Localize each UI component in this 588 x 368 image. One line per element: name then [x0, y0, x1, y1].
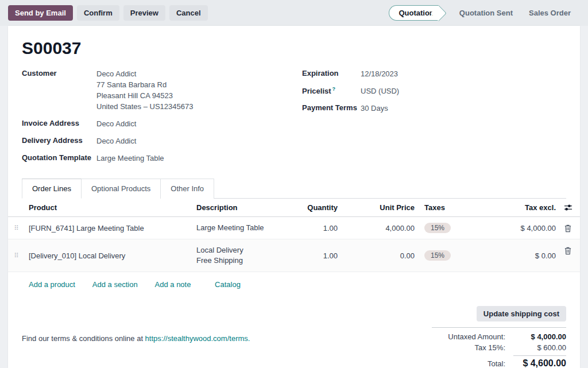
confirm-button[interactable]: Confirm [77, 5, 119, 21]
customer-label: Customer [22, 68, 96, 112]
preview-button[interactable]: Preview [123, 5, 165, 21]
invoice-address-value[interactable]: Deco Addict [96, 118, 136, 129]
tax-badge[interactable]: 15% [424, 223, 451, 233]
total-label: Total: [488, 359, 505, 368]
col-tax-excl[interactable]: Tax excl. [469, 199, 560, 216]
terms-and-conditions: Find our terms & conditions online at ht… [22, 327, 250, 343]
row-unit-price[interactable]: 4,000.00 [342, 218, 419, 238]
statusbar-step-quotation[interactable]: Quotation [389, 5, 438, 21]
customer-name[interactable]: Deco Addict [96, 68, 193, 79]
total-row: Total: $ 4,600.00 [432, 354, 566, 368]
send-by-email-button[interactable]: Send by Email [8, 5, 73, 21]
optional-columns-icon[interactable] [560, 199, 580, 216]
help-icon[interactable]: ? [332, 86, 336, 92]
field-customer: Customer Deco Addict 77 Santa Barbara Rd… [22, 68, 302, 112]
totals-summary: Untaxed Amount: $ 4,000.00 Tax 15%: $ 60… [432, 327, 566, 368]
payment-terms-label: Payment Terms [302, 103, 361, 114]
expiration-value[interactable]: 12/18/2023 [361, 68, 398, 79]
quotation-form-sheet: S00037 Customer Deco Addict 77 Santa Bar… [8, 26, 580, 368]
field-payment-terms: Payment Terms 30 Days [302, 103, 566, 114]
col-product[interactable]: Product [29, 199, 196, 216]
add-a-product-link[interactable]: Add a product [29, 280, 75, 289]
row-description[interactable]: Large Meeting Table [196, 217, 279, 239]
order-lines-table: Product Description Quantity Unit Price … [8, 199, 580, 272]
col-unit-price[interactable]: Unit Price [342, 199, 419, 216]
tab-order-lines[interactable]: Order Lines [22, 179, 82, 199]
untaxed-amount-value: $ 4,000.00 [513, 332, 566, 341]
tax-badge[interactable]: 15% [424, 250, 451, 261]
cancel-button[interactable]: Cancel [169, 5, 208, 21]
statusbar-step-quotation-sent[interactable]: Quotation Sent [451, 6, 521, 20]
drag-handle-icon[interactable]: ⠿ [8, 219, 29, 238]
page-title: S00037 [22, 38, 566, 58]
col-quantity[interactable]: Quantity [279, 199, 342, 216]
field-delivery-address: Delivery Address Deco Addict [22, 135, 302, 146]
update-shipping-cost-button[interactable]: Update shipping cost [477, 306, 566, 321]
delivery-address-label: Delivery Address [22, 135, 96, 146]
field-expiration: Expiration 12/18/2023 [302, 68, 566, 79]
row-product[interactable]: [FURN_6741] Large Meeting Table [29, 218, 196, 238]
tax-value: $ 600.00 [513, 343, 566, 352]
col-taxes[interactable]: Taxes [419, 199, 469, 216]
tax-row: Tax 15%: $ 600.00 [432, 342, 566, 353]
terms-link[interactable]: https://stealthywood.com/terms. [145, 334, 250, 343]
notebook-tabs: Order Lines Optional Products Other Info [22, 178, 566, 199]
row-product[interactable]: [Delivery_010] Local Delivery [29, 246, 196, 266]
row-tax-excl: $ 4,000.00 [469, 218, 560, 238]
field-quotation-template: Quotation Template Large Meeting Table [22, 153, 302, 164]
expiration-label: Expiration [302, 68, 361, 79]
statusbar-step-sales-order[interactable]: Sales Order [521, 6, 579, 20]
row-unit-price[interactable]: 0.00 [342, 246, 419, 266]
delete-row-icon[interactable] [560, 218, 580, 238]
header-fields: Customer Deco Addict 77 Santa Barbara Rd… [22, 68, 566, 170]
line-action-links: Add a product Add a section Add a note C… [8, 272, 580, 298]
table-header-row: Product Description Quantity Unit Price … [8, 199, 580, 217]
tab-other-info[interactable]: Other Info [161, 179, 214, 199]
pricelist-label: Pricelist? [302, 86, 361, 96]
pricelist-value[interactable]: USD (USD) [361, 86, 399, 96]
add-a-note-link[interactable]: Add a note [155, 280, 191, 289]
row-quantity[interactable]: 1.00 [279, 218, 342, 238]
col-description[interactable]: Description [196, 199, 279, 216]
tax-label: Tax 15%: [475, 343, 505, 352]
delivery-address-value[interactable]: Deco Addict [96, 135, 136, 146]
row-description[interactable]: Local Delivery Free Shipping [196, 239, 279, 272]
payment-terms-value[interactable]: 30 Days [361, 103, 388, 114]
customer-country: United States – US12345673 [96, 101, 193, 112]
field-invoice-address: Invoice Address Deco Addict [22, 118, 302, 129]
statusbar: Quotation Quotation Sent Sales Order [389, 5, 579, 21]
table-row[interactable]: ⠿ [FURN_6741] Large Meeting Table Large … [8, 217, 580, 239]
row-tax-excl: $ 0.00 [469, 246, 560, 266]
table-row[interactable]: ⠿ [Delivery_010] Local Delivery Local De… [8, 239, 580, 272]
total-value: $ 4,600.00 [513, 355, 566, 368]
control-panel: Send by Email Confirm Preview Cancel Quo… [0, 0, 588, 26]
invoice-address-label: Invoice Address [22, 118, 96, 129]
untaxed-amount-row: Untaxed Amount: $ 4,000.00 [432, 331, 566, 342]
drag-handle-icon[interactable]: ⠿ [8, 246, 29, 265]
tab-optional-products[interactable]: Optional Products [82, 179, 161, 199]
catalog-link[interactable]: Catalog [215, 280, 241, 289]
quotation-template-label: Quotation Template [22, 153, 96, 164]
customer-street: 77 Santa Barbara Rd [96, 79, 193, 90]
add-a-section-link[interactable]: Add a section [92, 280, 138, 289]
untaxed-amount-label: Untaxed Amount: [448, 332, 505, 341]
customer-city: Pleasant Hill CA 94523 [96, 90, 193, 101]
row-quantity[interactable]: 1.00 [279, 246, 342, 266]
field-pricelist: Pricelist? USD (USD) [302, 86, 566, 96]
quotation-template-value[interactable]: Large Meeting Table [96, 153, 164, 164]
delete-row-icon[interactable] [560, 239, 580, 261]
